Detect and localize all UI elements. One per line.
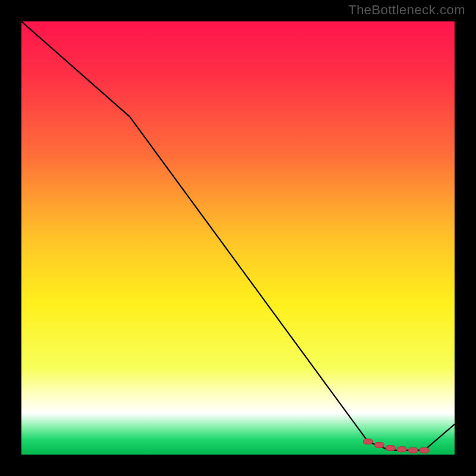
chart-frame: TheBottleneck.com — [0, 0, 476, 476]
plot-area — [21, 21, 455, 455]
data-marker — [386, 446, 395, 451]
data-marker — [419, 447, 429, 453]
data-marker — [397, 447, 406, 452]
data-marker — [408, 447, 418, 453]
watermark-text: TheBottleneck.com — [348, 2, 465, 18]
chart-svg — [21, 21, 455, 455]
gradient-background — [21, 21, 455, 455]
data-marker — [374, 442, 384, 447]
data-marker — [363, 439, 372, 444]
